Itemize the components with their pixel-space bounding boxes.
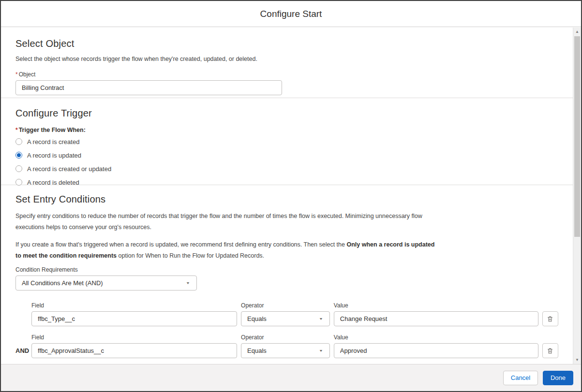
condition-rows: Field Operator Equals ▼ Value [15, 302, 558, 358]
radio-button-icon [15, 179, 22, 186]
object-input[interactable] [15, 80, 282, 95]
dialog-footer: Cancel Done [1, 364, 581, 391]
radio-option-record-created-or-updated[interactable]: A record is created or updated [15, 163, 558, 174]
cancel-button[interactable]: Cancel [503, 371, 538, 385]
condition-value-input[interactable] [334, 311, 538, 326]
select-object-section: Select Object Select the object whose re… [1, 28, 573, 98]
required-asterisk: * [15, 71, 18, 78]
radio-button-icon [15, 152, 22, 159]
required-asterisk: * [15, 127, 18, 133]
chevron-down-icon: ▼ [319, 349, 323, 353]
operator-label: Operator [241, 334, 330, 341]
trash-icon [547, 316, 553, 322]
radio-button-icon [15, 138, 22, 145]
radio-button-icon [15, 165, 22, 172]
chevron-down-icon: ▼ [319, 317, 323, 321]
delete-condition-button[interactable] [542, 343, 558, 358]
select-object-description: Select the object whose records trigger … [15, 56, 558, 62]
and-spacer [15, 311, 31, 326]
done-button[interactable]: Done [543, 371, 573, 385]
trigger-when-label: *Trigger the Flow When: [15, 127, 558, 133]
field-label: Field [31, 302, 237, 309]
and-label: AND [15, 343, 31, 358]
dialog-header: Configure Start [1, 1, 581, 27]
select-object-heading: Select Object [15, 38, 558, 49]
condition-field-input[interactable] [31, 343, 237, 358]
operator-select[interactable]: Equals ▼ [241, 311, 330, 326]
operator-select[interactable]: Equals ▼ [241, 343, 330, 358]
field-label: Field [31, 334, 237, 341]
operator-label: Operator [241, 302, 330, 309]
condition-field-input[interactable] [31, 311, 237, 326]
value-label: Value [334, 334, 538, 341]
condition-row: Field Operator Equals ▼ Value [15, 302, 558, 326]
delete-condition-button[interactable] [542, 311, 558, 326]
configure-start-dialog: Configure Start Select Object Select the… [0, 0, 582, 392]
configure-trigger-section: Configure Trigger *Trigger the Flow When… [1, 98, 573, 185]
condition-requirements-label: Condition Requirements [15, 266, 558, 273]
scroll-up-arrow[interactable]: ▲ [573, 28, 581, 36]
trash-icon [547, 348, 553, 354]
scroll-down-arrow[interactable]: ▼ [573, 356, 581, 364]
entry-conditions-section: Set Entry Conditions Specify entry condi… [1, 185, 573, 364]
condition-value-input[interactable] [334, 343, 538, 358]
radio-option-record-created[interactable]: A record is created [15, 136, 558, 147]
value-label: Value [334, 302, 538, 309]
dialog-title: Configure Start [260, 9, 322, 19]
object-label: *Object [15, 71, 282, 78]
scrollbar-thumb[interactable] [574, 36, 580, 237]
condition-requirements-select[interactable]: All Conditions Are Met (AND) ▼ [15, 276, 197, 290]
entry-conditions-heading: Set Entry Conditions [15, 194, 558, 205]
condition-row: AND Field Operator Equals ▼ Value [15, 334, 558, 358]
dialog-content: Select Object Select the object whose re… [1, 28, 573, 364]
chevron-down-icon: ▼ [186, 281, 190, 285]
vertical-scrollbar[interactable]: ▲ ▼ [573, 28, 581, 364]
entry-conditions-paragraph-2: If you create a flow that's triggered wh… [15, 239, 441, 261]
configure-trigger-heading: Configure Trigger [15, 108, 558, 119]
entry-conditions-paragraph-1: Specify entry conditions to reduce the n… [15, 211, 441, 233]
radio-option-record-updated[interactable]: A record is updated [15, 150, 558, 160]
